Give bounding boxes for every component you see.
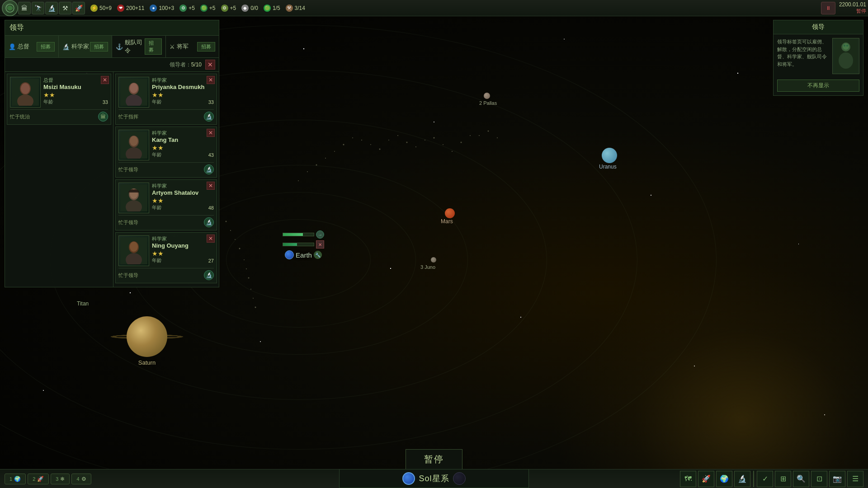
- scientist-3-age: 27: [208, 258, 214, 263]
- pop-icon: ⚒: [286, 5, 293, 12]
- tab-governor[interactable]: 👤 总督 招募: [5, 36, 59, 57]
- scientist-2-role: 科学家: [152, 183, 214, 189]
- check-icon[interactable]: ✓: [757, 471, 773, 487]
- scientist-2-status-text: 忙于领导: [118, 219, 138, 226]
- scientist-recruit-btn[interactable]: 招募: [90, 42, 108, 52]
- bottom-tab-1[interactable]: 2 🚀: [28, 474, 49, 484]
- scientist-1-top: 科学家 Kang Tan ★★ 年龄 43 ✕: [118, 130, 214, 160]
- governor-card-top: 总督 Msizi Masuku ★★ 年龄 33 ✕: [10, 77, 108, 108]
- scientist-card-1[interactable]: 科学家 Kang Tan ★★ 年龄 43 ✕ 忙于领导 🔬: [115, 127, 217, 178]
- system-map-icon[interactable]: [453, 472, 466, 485]
- ship-icon[interactable]: 🚀: [698, 471, 714, 487]
- scientist-card-3[interactable]: 科学家 Ning Ouyang ★★ 年龄 27 ✕ 忙于领导 🔬: [115, 232, 217, 283]
- scientist-1-portrait: [118, 130, 149, 160]
- leaders-panel: 领导 👤 总督 招募 🔬 科学家 招募 ⚓ 舰队司令 招募: [5, 20, 219, 287]
- scientist-0-status-icon: 🔬: [204, 112, 214, 122]
- screen-icon[interactable]: ⊡: [811, 471, 827, 487]
- governor-portrait-img: [10, 77, 40, 107]
- uranus-label: Uranus: [599, 164, 617, 170]
- juno-planet[interactable]: [431, 257, 436, 263]
- consumer-icon: 🟢: [264, 5, 271, 12]
- menu-icon[interactable]: ☰: [847, 471, 863, 487]
- tab-1-icon: 🚀: [37, 476, 44, 482]
- fleet-recruit-btn[interactable]: 招募: [145, 38, 162, 55]
- bottom-tab-3[interactable]: 4 ⚙: [71, 474, 91, 484]
- pause-button[interactable]: ⏸: [821, 2, 835, 14]
- uranus-planet[interactable]: [602, 148, 617, 163]
- system-globe-icon[interactable]: [402, 472, 415, 485]
- scientist-1-status-text: 忙于领导: [118, 166, 138, 173]
- earth-extra-icon[interactable]: 🔧: [314, 251, 322, 259]
- scientist-0-age-row: 年龄 33: [152, 99, 214, 105]
- scientist-2-remove-btn[interactable]: ✕: [207, 182, 215, 190]
- panel-close-btn[interactable]: ✕: [205, 60, 215, 70]
- governor-status: 忙于统治 🏛: [10, 109, 108, 122]
- bottom-right-icons: 🗺 🚀 🌍 🔬 ✓ ⊞ 🔍 ⊡ 📷 ☰: [680, 471, 863, 487]
- camera-icon[interactable]: 📷: [829, 471, 845, 487]
- bottom-tab-0[interactable]: 1 🌍: [5, 474, 26, 484]
- scientist-0-stars: ★★: [152, 91, 214, 99]
- pallas-label: 2 Pallas: [479, 100, 497, 106]
- governor-age-row: 年龄 33: [43, 99, 108, 105]
- system-name: Sol星系: [419, 473, 449, 484]
- juno-label: 3 Juno: [420, 264, 435, 270]
- general-recruit-btn[interactable]: 招募: [197, 42, 215, 52]
- leaders-count-label: 领导者：: [170, 61, 191, 69]
- saturn-label: Saturn: [138, 359, 156, 366]
- governor-role: 总督: [43, 77, 108, 84]
- saturn-system[interactable]: Saturn: [127, 316, 167, 357]
- governor-remove-btn[interactable]: ✕: [101, 76, 109, 84]
- earth-label[interactable]: Earth: [296, 251, 312, 259]
- scientist-0-remove-btn[interactable]: ✕: [207, 76, 215, 84]
- mars-planet[interactable]: [445, 208, 455, 218]
- influence-value: +5: [209, 5, 216, 11]
- planet-icon[interactable]: 🌍: [716, 471, 732, 487]
- scientist-card-2[interactable]: 科学家 Artyom Shatalov ★★ 年龄 48 ✕ 忙于领导 🔬: [115, 179, 217, 230]
- info-panel-text: 领导标签页可以雇佣、解散，分配空闲的总督、科学家、舰队司令和将军。: [777, 38, 829, 74]
- grid-icon[interactable]: ⊞: [775, 471, 791, 487]
- pallas-planet[interactable]: [484, 93, 490, 99]
- tech-bottom-icon[interactable]: 🔬: [734, 471, 750, 487]
- scientist-card-0[interactable]: 科学家 Priyanka Desmukh ★★ 年龄 33 ✕ 忙于指挥 🔬: [115, 74, 217, 125]
- minimap-icon[interactable]: 🗺: [680, 471, 696, 487]
- game-date: 2200.01.01: [839, 1, 866, 8]
- bottom-tab-2[interactable]: 3 ❄: [51, 474, 70, 484]
- scientist-3-remove-btn[interactable]: ✕: [207, 235, 215, 243]
- colonize-icon[interactable]: 🏛: [18, 2, 31, 14]
- leaders-count-value: 5/10: [191, 61, 202, 68]
- scientist-3-portrait: [118, 235, 149, 266]
- tab-general-label: ⚔ 将军: [170, 42, 189, 51]
- tab-governor-label: 👤 总督: [9, 42, 29, 51]
- system-bar: Sol星系: [339, 469, 529, 488]
- game-logo[interactable]: [2, 0, 18, 16]
- scientist-3-status-icon: 🔬: [204, 270, 214, 280]
- scientist-3-name: Ning Ouyang: [152, 242, 214, 249]
- scientist-3-status-text: 忙于领导: [118, 272, 138, 279]
- earth-indicator[interactable]: → ✕ Earth 🔧: [283, 230, 324, 259]
- earth-toggle-icon[interactable]: →: [316, 230, 324, 239]
- category-tabs: 👤 总督 招募 🔬 科学家 招募 ⚓ 舰队司令 招募 ⚔ 将军: [5, 36, 219, 58]
- tab-fleet[interactable]: ⚓ 舰队司令 招募: [112, 36, 166, 57]
- survey-icon[interactable]: 🔭: [32, 2, 44, 14]
- scientist-1-info: 科学家 Kang Tan ★★ 年龄 43: [152, 130, 214, 158]
- tab-scientist[interactable]: 🔬 科学家 招募: [59, 36, 113, 57]
- research-icon: ⚙: [179, 5, 187, 12]
- tab-general[interactable]: ⚔ 将军 招募: [166, 36, 219, 57]
- tech-icon[interactable]: 🔬: [45, 2, 58, 14]
- zoom-icon[interactable]: 🔍: [793, 471, 809, 487]
- scientist-2-top: 科学家 Artyom Shatalov ★★ 年龄 48 ✕: [118, 183, 214, 213]
- scientist-2-status: 忙于领导 🔬: [118, 215, 214, 227]
- earth-close-icon[interactable]: ✕: [316, 240, 324, 249]
- scientist-1-remove-btn[interactable]: ✕: [207, 129, 215, 137]
- governor-card[interactable]: 总督 Msizi Masuku ★★ 年龄 33 ✕ 忙于统治 🏛: [7, 74, 111, 125]
- pop-resource: ⚒ 3/14: [286, 5, 305, 12]
- no-show-btn[interactable]: 不再显示: [777, 80, 859, 92]
- build-icon[interactable]: ⚒: [59, 2, 71, 14]
- governor-recruit-btn[interactable]: 招募: [37, 42, 55, 52]
- scientist-1-age-label: 年龄: [152, 151, 162, 158]
- earth-progress-bg: [283, 233, 314, 236]
- energy-resource: ⚡ 50+9: [90, 5, 112, 12]
- fleet-icon[interactable]: 🚀: [72, 2, 85, 14]
- governor-age-label: 年龄: [43, 99, 53, 105]
- scientist-0-name: Priyanka Desmukh: [152, 84, 214, 90]
